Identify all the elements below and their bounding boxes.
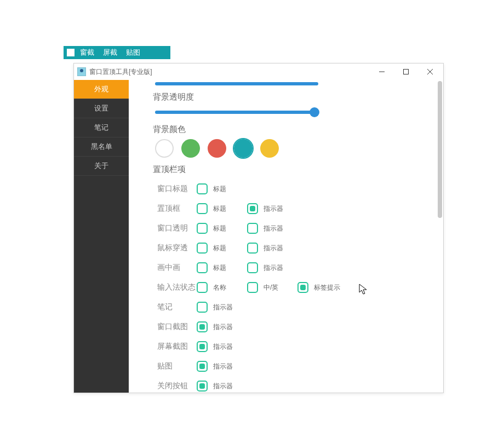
option-row: 关闭按钮指示器 bbox=[153, 376, 432, 393]
checkbox[interactable] bbox=[197, 223, 208, 234]
row-label: 画中画 bbox=[153, 263, 197, 273]
bg-opacity-label: 背景透明度 bbox=[153, 92, 432, 102]
row-label: 关闭按钮 bbox=[153, 381, 197, 391]
checkbox[interactable] bbox=[247, 282, 258, 293]
svg-rect-1 bbox=[404, 70, 409, 74]
color-swatch-yellow[interactable] bbox=[260, 139, 279, 158]
checkbox[interactable] bbox=[247, 203, 258, 214]
toolbar-item-paste-image[interactable]: 贴图 bbox=[126, 48, 140, 57]
option-row: 贴图指示器 bbox=[153, 356, 432, 376]
sidebar-item-label: 笔记 bbox=[94, 123, 108, 133]
bg-opacity-slider[interactable] bbox=[155, 107, 318, 118]
sidebar-item-notes[interactable]: 笔记 bbox=[74, 118, 129, 137]
option-row: 窗口标题标题 bbox=[153, 179, 432, 199]
sidebar-item-label: 设置 bbox=[94, 103, 108, 113]
prev-slider-clipped bbox=[155, 80, 318, 85]
row-label: 笔记 bbox=[153, 302, 197, 312]
checkbox[interactable] bbox=[197, 203, 208, 214]
option-row: 屏幕截图指示器 bbox=[153, 337, 432, 356]
row-label: 屏幕截图 bbox=[153, 342, 197, 352]
checkbox-label: 指示器 bbox=[213, 342, 234, 352]
sidebar-item-appearance[interactable]: 外观 bbox=[74, 80, 129, 99]
row-label: 置顶框 bbox=[153, 204, 197, 214]
checkbox[interactable] bbox=[197, 183, 208, 194]
row-label: 鼠标穿透 bbox=[153, 243, 197, 253]
color-swatch-green[interactable] bbox=[181, 139, 200, 158]
scrollbar-thumb[interactable] bbox=[438, 81, 442, 218]
window-title: 窗口置顶工具[专业版] bbox=[89, 67, 152, 77]
checkbox[interactable] bbox=[197, 243, 208, 254]
checkbox-label: 指示器 bbox=[264, 204, 284, 214]
checkbox-label: 指示器 bbox=[213, 303, 234, 312]
checkbox-label: 标题 bbox=[213, 263, 234, 273]
checkbox-label: 指示器 bbox=[264, 263, 284, 273]
option-row: 输入法状态名称中/英标签提示 bbox=[153, 278, 432, 297]
checkbox[interactable] bbox=[247, 262, 258, 273]
sidebar-item-label: 黑名单 bbox=[91, 142, 112, 152]
row-label: 窗口截图 bbox=[153, 322, 197, 332]
maximize-button[interactable] bbox=[394, 64, 418, 80]
checkbox[interactable] bbox=[247, 243, 258, 254]
checkbox[interactable] bbox=[197, 381, 208, 392]
option-row: 笔记指示器 bbox=[153, 297, 432, 317]
checkbox-label: 指示器 bbox=[213, 362, 234, 371]
slider-thumb[interactable] bbox=[310, 107, 319, 117]
checkbox-label: 指示器 bbox=[213, 323, 234, 332]
option-row: 窗口截图指示器 bbox=[153, 317, 432, 337]
checkbox[interactable] bbox=[197, 302, 208, 313]
checkbox[interactable] bbox=[197, 262, 208, 273]
checkbox-label: 指示器 bbox=[213, 382, 234, 391]
row-label: 窗口标题 bbox=[153, 184, 197, 194]
app-icon bbox=[77, 67, 86, 76]
sidebar-item-label: 外观 bbox=[94, 84, 108, 94]
window-controls bbox=[370, 64, 442, 80]
sidebar-item-about[interactable]: 关于 bbox=[74, 157, 129, 176]
option-row: 置顶框标题指示器 bbox=[153, 199, 432, 218]
checkbox-label: 中/英 bbox=[264, 283, 284, 292]
sidebar-item-label: 关于 bbox=[94, 161, 108, 171]
option-row: 鼠标穿透标题指示器 bbox=[153, 238, 432, 258]
toolbar-item-window-capture[interactable]: 窗截 bbox=[80, 48, 94, 57]
color-swatches bbox=[155, 139, 432, 158]
titlebar: 窗口置顶工具[专业版] bbox=[74, 64, 443, 80]
checkbox[interactable] bbox=[197, 321, 208, 332]
checkbox[interactable] bbox=[247, 223, 258, 234]
settings-window: 窗口置顶工具[专业版] 外观 设置 笔记 黑名单 关于 bbox=[73, 63, 444, 393]
toolbar-checkbox[interactable] bbox=[67, 49, 75, 56]
color-swatch-teal[interactable] bbox=[234, 139, 253, 158]
checkbox-label: 名称 bbox=[213, 283, 234, 292]
row-label: 窗口透明 bbox=[153, 223, 197, 233]
minimize-button[interactable] bbox=[370, 64, 394, 80]
color-swatch-white[interactable] bbox=[155, 139, 174, 158]
checkbox[interactable] bbox=[297, 282, 308, 293]
slider-track bbox=[155, 111, 318, 114]
option-rows: 窗口标题标题置顶框标题指示器窗口透明标题指示器鼠标穿透标题指示器画中画标题指示器… bbox=[153, 179, 432, 393]
checkbox-label: 指示器 bbox=[264, 244, 284, 253]
checkbox-label: 标题 bbox=[213, 244, 234, 253]
sidebar: 外观 设置 笔记 黑名单 关于 bbox=[74, 80, 129, 393]
checkbox-label: 标题 bbox=[213, 224, 234, 233]
sidebar-item-settings[interactable]: 设置 bbox=[74, 99, 129, 118]
row-label: 输入法状态 bbox=[153, 283, 197, 292]
option-row: 窗口透明标题指示器 bbox=[153, 218, 432, 238]
checkbox[interactable] bbox=[197, 361, 208, 372]
color-swatch-red[interactable] bbox=[208, 139, 226, 158]
mini-toolbar: 窗截 屏截 贴图 bbox=[64, 46, 170, 59]
checkbox[interactable] bbox=[197, 282, 208, 293]
content-pane: 背景透明度 背景颜色 置顶栏项 窗口标题标题置顶框标题指示器窗口透明标题指示器鼠… bbox=[129, 80, 443, 393]
topbar-items-label: 置顶栏项 bbox=[153, 164, 432, 175]
checkbox-label: 标题 bbox=[213, 185, 234, 194]
checkbox[interactable] bbox=[197, 341, 208, 352]
checkbox-label: 标签提示 bbox=[314, 283, 340, 292]
close-button[interactable] bbox=[418, 64, 442, 80]
bg-color-label: 背景颜色 bbox=[153, 124, 432, 135]
option-row: 画中画标题指示器 bbox=[153, 258, 432, 278]
row-label: 贴图 bbox=[153, 361, 197, 371]
checkbox-label: 标题 bbox=[213, 204, 234, 214]
sidebar-item-blacklist[interactable]: 黑名单 bbox=[74, 137, 129, 157]
checkbox-label: 指示器 bbox=[264, 224, 284, 233]
toolbar-item-screen-capture[interactable]: 屏截 bbox=[103, 48, 117, 57]
